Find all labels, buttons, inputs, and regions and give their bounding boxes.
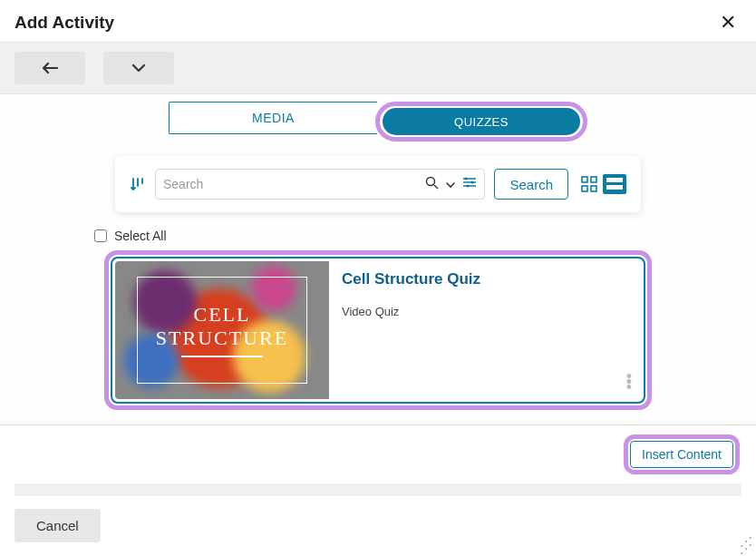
list-icon: [606, 177, 624, 191]
arrow-left-icon: [42, 62, 58, 74]
filter-icon[interactable]: [462, 176, 477, 192]
content-tabs: MEDIA QUIZZES: [0, 102, 756, 141]
modal-header: Add Activity ✕: [0, 0, 756, 42]
svg-point-3: [467, 184, 470, 187]
quiz-card[interactable]: CELL STRUCTURE Cell Structure Quiz Video…: [115, 261, 641, 399]
svg-rect-9: [606, 185, 623, 190]
magnifier-icon[interactable]: [425, 176, 439, 193]
svg-point-0: [427, 177, 435, 185]
tab-quizzes[interactable]: QUIZZES: [383, 108, 580, 135]
tab-media[interactable]: MEDIA: [169, 102, 377, 134]
insert-row: Insert Content: [0, 425, 756, 478]
search-input[interactable]: [163, 177, 420, 191]
quiz-card-selected-border: CELL STRUCTURE Cell Structure Quiz Video…: [111, 257, 645, 404]
insert-content-button[interactable]: Insert Content: [630, 441, 733, 468]
chevron-down-icon: [131, 63, 146, 73]
cancel-row: Cancel: [0, 496, 756, 542]
select-all-row: Select All: [94, 229, 756, 243]
svg-rect-6: [582, 186, 587, 191]
grid-icon: [581, 176, 597, 192]
view-toggle-group: [577, 174, 626, 194]
svg-rect-5: [591, 177, 596, 182]
search-input-icons: [425, 176, 477, 193]
grid-view-button[interactable]: [577, 174, 601, 194]
search-card: Search: [115, 156, 641, 212]
content-scroll-area[interactable]: MEDIA QUIZZES Search: [0, 94, 756, 424]
quiz-title: Cell Structure Quiz: [342, 270, 628, 288]
select-all-label: Select All: [114, 229, 167, 243]
insert-button-highlight: Insert Content: [624, 434, 740, 474]
quiz-thumbnail: CELL STRUCTURE: [115, 261, 329, 399]
search-button[interactable]: Search: [494, 169, 568, 200]
back-button[interactable]: [15, 52, 85, 84]
select-all-checkbox[interactable]: [94, 229, 107, 242]
caret-down-icon[interactable]: [446, 176, 455, 192]
footer-spacer: [15, 483, 741, 496]
svg-rect-7: [591, 186, 596, 191]
list-view-button[interactable]: [603, 174, 626, 194]
kebab-menu-icon[interactable]: •••: [626, 374, 632, 390]
cancel-button[interactable]: Cancel: [15, 509, 101, 542]
sort-icon[interactable]: [130, 176, 146, 192]
history-toolbar: [0, 42, 756, 94]
quiz-subtitle: Video Quiz: [342, 305, 628, 318]
close-button[interactable]: ✕: [714, 11, 741, 34]
expand-button[interactable]: [103, 52, 174, 84]
search-input-wrap: [155, 169, 485, 200]
thumbnail-text: CELL STRUCTURE: [138, 303, 307, 350]
svg-rect-4: [582, 177, 587, 182]
svg-point-1: [465, 177, 468, 180]
quiz-info: Cell Structure Quiz Video Quiz •••: [329, 261, 641, 399]
page-title: Add Activity: [15, 13, 114, 33]
tab-quizzes-highlight: QUIZZES: [375, 102, 587, 141]
svg-point-2: [471, 180, 474, 183]
quiz-card-highlight: CELL STRUCTURE Cell Structure Quiz Video…: [104, 250, 652, 410]
svg-rect-8: [606, 178, 623, 182]
